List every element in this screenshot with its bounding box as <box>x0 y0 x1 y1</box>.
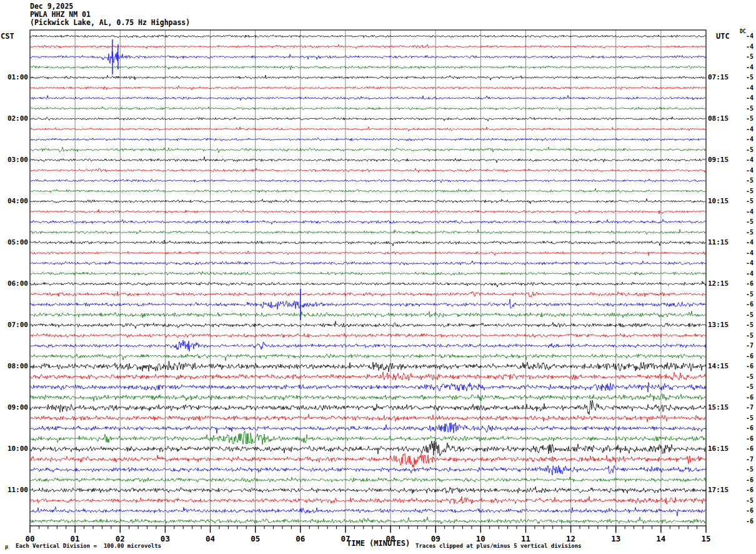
right-hour-label: 07:15 <box>708 73 737 81</box>
dc-offset-value: -4 <box>736 239 754 246</box>
trace-row-1145 <box>30 517 706 524</box>
dc-offset-value: -5 <box>736 383 754 390</box>
dc-offset-value: -5 <box>736 311 754 318</box>
dc-offset-value: -4 <box>736 259 754 266</box>
trace-row-0930 <box>30 423 706 433</box>
right-hour-label: 13:15 <box>708 321 737 329</box>
dc-offset-value: -4 <box>736 156 754 163</box>
vertical-division-note: Each Vertical Division = 100.00 microvol… <box>16 543 161 549</box>
plot-border <box>30 30 706 526</box>
trace-row-0900 <box>30 400 706 415</box>
left-hour-label: 06:00 <box>0 280 28 288</box>
right-hour-label: 16:15 <box>708 445 737 453</box>
trace-row-0145 <box>30 107 706 111</box>
trace-row-0200 <box>30 117 706 121</box>
dc-offset-value: -6 <box>736 435 754 442</box>
dc-offset-value: -4 <box>736 84 754 91</box>
x-tick-label: 09 <box>425 534 446 543</box>
right-hour-label: 08:15 <box>708 114 737 123</box>
trace-row-1030 <box>30 466 706 476</box>
trace-row-0815 <box>30 372 706 381</box>
trace-row-0115 <box>30 86 706 90</box>
dc-offset-value: -5 <box>736 415 754 421</box>
left-hour-label: 08:00 <box>0 362 28 370</box>
dc-offset-value: -5 <box>736 218 754 225</box>
trace-row-0615 <box>30 291 706 297</box>
dc-offset-value: -4 <box>736 43 754 50</box>
x-tick-label: 02 <box>109 534 131 543</box>
trace-row-0215 <box>30 127 706 131</box>
trace-row-0945 <box>30 431 706 445</box>
dc-offset-value: -6 <box>736 363 754 370</box>
dc-offset-value: -5 <box>736 146 754 153</box>
trace-row-0245 <box>30 147 706 153</box>
trace-row-0500 <box>30 240 706 246</box>
dc-offset-value: -5 <box>736 198 754 204</box>
trace-row-0830 <box>30 383 706 393</box>
trace-row-0515 <box>30 251 706 255</box>
right-hour-label: 12:15 <box>708 280 737 288</box>
left-hour-label: 05:00 <box>0 238 28 246</box>
dc-offset-value: -5 <box>736 321 754 328</box>
dc-offset-value: -5 <box>736 188 754 194</box>
trace-row-0030 <box>30 39 706 74</box>
x-tick-label: 03 <box>154 534 176 543</box>
trace-row-0845 <box>30 394 706 401</box>
dc-offset-value: -6 <box>736 486 754 493</box>
trace-row-0745 <box>30 354 706 361</box>
trace-row-0545 <box>30 271 706 275</box>
dc-offset-value: -7 <box>736 342 754 349</box>
right-hour-label: 15:15 <box>708 403 737 411</box>
dc-offset-value: -6 <box>736 280 754 287</box>
trace-row-0530 <box>30 261 706 265</box>
dc-offset-value: -5 <box>736 177 754 184</box>
trace-row-0045 <box>30 66 706 70</box>
trace-row-0715 <box>30 333 706 338</box>
left-hour-label: 09:00 <box>0 403 28 411</box>
trace-row-1045 <box>30 477 706 482</box>
dc-offset-value: -5 <box>736 105 754 112</box>
dc-offset-value: -6 <box>736 394 754 401</box>
dc-offset-value: -6 <box>736 507 754 514</box>
dc-offset-value: -5 <box>736 332 754 339</box>
dc-offset-value: -5 <box>736 74 754 81</box>
x-tick-label: 14 <box>650 534 672 543</box>
dc-offset-value: -5 <box>736 497 754 504</box>
left-hour-label: 03:00 <box>0 156 28 164</box>
dc-offset-value: -7 <box>736 404 754 411</box>
trace-row-0300 <box>30 157 706 163</box>
dc-offset-value: -4 <box>736 126 754 133</box>
trace-row-1115 <box>30 496 706 504</box>
left-hour-label: 11:00 <box>0 486 28 494</box>
trace-row-0100 <box>30 75 706 80</box>
left-hour-label: 10:00 <box>0 445 28 453</box>
x-tick-label: 13 <box>605 534 627 543</box>
dc-offset-value: -4 <box>736 208 754 215</box>
x-axis-title: TIME (MINUTES) <box>347 539 410 548</box>
dc-offset-value: -5 <box>736 115 754 122</box>
x-tick-label: 15 <box>695 534 717 543</box>
dc-offset-value: -6 <box>736 518 754 525</box>
trace-row-0000 <box>30 35 706 38</box>
x-tick-label: 01 <box>64 534 86 543</box>
dc-offset-value: -5 <box>736 229 754 236</box>
trace-row-0230 <box>30 138 706 141</box>
x-tick-label: 05 <box>245 534 266 543</box>
dc-offset-value: -4 <box>736 136 754 143</box>
trace-row-0600 <box>30 281 706 287</box>
left-hour-label: 01:00 <box>0 73 28 81</box>
trace-row-0800 <box>30 361 706 372</box>
dc-offset-value: -4 <box>736 270 754 277</box>
x-tick-label: 06 <box>290 534 311 543</box>
trace-row-1000 <box>30 441 706 456</box>
trace-row-0730 <box>30 340 706 351</box>
dc-offset-value: -4 <box>736 33 754 39</box>
trace-row-1100 <box>30 486 706 493</box>
left-hour-label: 04:00 <box>0 197 28 205</box>
x-tick-label: 04 <box>200 534 221 543</box>
left-hour-label: 02:00 <box>0 114 28 123</box>
trace-row-0330 <box>30 179 706 183</box>
right-hour-label: 10:15 <box>708 197 737 205</box>
dc-offset-value: -6 <box>736 476 754 483</box>
trace-row-0400 <box>30 199 706 204</box>
